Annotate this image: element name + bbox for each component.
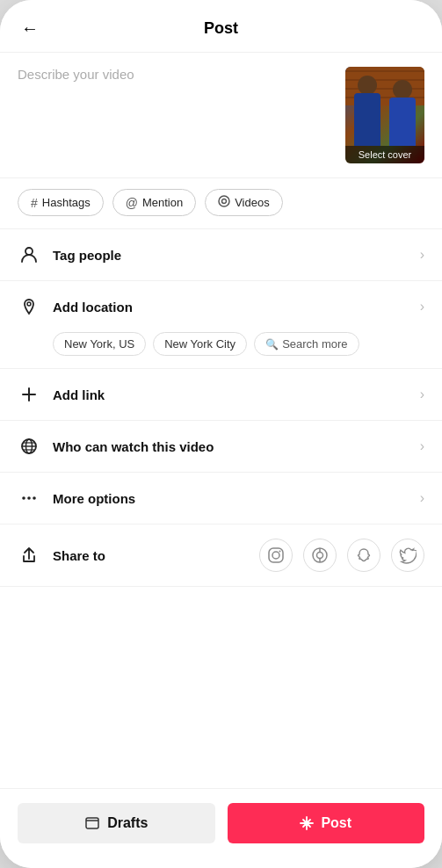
mention-button[interactable]: @ Mention xyxy=(112,189,196,216)
post-label: Post xyxy=(321,815,351,831)
tags-row: # Hashtags @ Mention Videos xyxy=(0,178,442,229)
back-button[interactable]: ← xyxy=(18,15,42,42)
drafts-button[interactable]: Drafts xyxy=(18,803,215,843)
phone-container: ← Post Describe your video Select cover xyxy=(0,0,442,868)
header: ← Post xyxy=(0,0,442,53)
instagram-button[interactable] xyxy=(259,539,293,572)
more-options-section: More options › xyxy=(0,473,442,524)
who-can-watch-label: Who can watch this video xyxy=(53,439,420,454)
tiktoknow-button[interactable] xyxy=(303,539,337,572)
more-options-chevron: › xyxy=(420,490,424,506)
add-link-item[interactable]: Add link › xyxy=(0,369,442,420)
who-can-watch-chevron: › xyxy=(420,438,424,454)
who-can-watch-item[interactable]: Who can watch this video › xyxy=(0,421,442,472)
svg-point-1 xyxy=(222,199,227,204)
person1-head xyxy=(358,76,377,95)
svg-point-13 xyxy=(33,496,36,500)
location-tag-search[interactable]: 🔍 Search more xyxy=(254,332,359,356)
add-location-chevron: › xyxy=(420,299,424,315)
person2-head xyxy=(393,80,412,99)
videos-label: Videos xyxy=(235,196,270,209)
videos-icon xyxy=(218,195,230,210)
location-tags: New York, US New York City 🔍 Search more xyxy=(0,332,442,368)
content-area: Describe your video Select cover # Hasht… xyxy=(0,53,442,788)
share-icon xyxy=(18,544,40,567)
dots-icon xyxy=(18,487,40,510)
add-link-section: Add link › xyxy=(0,369,442,421)
tag-people-label: Tag people xyxy=(53,248,420,263)
svg-point-15 xyxy=(272,552,279,559)
svg-rect-19 xyxy=(86,818,98,828)
person-icon xyxy=(18,243,40,266)
person2-body xyxy=(389,98,416,146)
globe-icon xyxy=(18,435,40,458)
who-can-watch-section: Who can watch this video › xyxy=(0,421,442,473)
svg-point-0 xyxy=(219,196,229,206)
snapchat-button[interactable] xyxy=(347,539,380,572)
person1-body xyxy=(354,93,380,146)
share-platforms xyxy=(259,539,424,572)
search-icon: 🔍 xyxy=(265,338,279,351)
svg-point-2 xyxy=(25,248,33,255)
add-link-chevron: › xyxy=(420,387,424,402)
hashtag-icon: # xyxy=(31,196,38,210)
search-more-label: Search more xyxy=(282,337,347,351)
svg-point-18 xyxy=(317,553,323,559)
mention-label: Mention xyxy=(142,196,183,209)
location-tag-nyc[interactable]: New York City xyxy=(153,332,247,356)
mention-icon: @ xyxy=(126,196,138,210)
add-location-item[interactable]: Add location › xyxy=(0,281,442,332)
location-icon xyxy=(18,295,40,318)
select-cover-label: Select cover xyxy=(345,146,424,163)
svg-point-3 xyxy=(27,302,31,306)
share-section: Share to xyxy=(0,524,442,587)
plus-icon xyxy=(18,383,40,406)
svg-point-12 xyxy=(27,496,31,500)
svg-rect-14 xyxy=(269,548,283,562)
post-button[interactable]: Post xyxy=(228,803,425,843)
svg-point-11 xyxy=(22,496,25,500)
bottom-actions: Drafts Post xyxy=(0,788,442,868)
video-thumbnail[interactable]: Select cover xyxy=(345,67,424,163)
share-to-label: Share to xyxy=(53,548,259,563)
drafts-label: Drafts xyxy=(107,815,148,831)
drafts-icon xyxy=(84,815,100,831)
hashtags-label: Hashtags xyxy=(42,196,91,209)
post-sparkle-icon xyxy=(300,816,314,830)
add-location-section: Add location › New York, US New York Cit… xyxy=(0,281,442,369)
more-options-item[interactable]: More options › xyxy=(0,473,442,524)
twitter-button[interactable] xyxy=(391,539,424,572)
more-options-label: More options xyxy=(53,491,420,506)
location-tag-ny-us[interactable]: New York, US xyxy=(53,332,146,356)
page-title: Post xyxy=(204,19,238,38)
videos-button[interactable]: Videos xyxy=(205,189,283,216)
add-location-label: Add location xyxy=(53,300,420,315)
describe-section: Describe your video Select cover xyxy=(0,53,442,178)
tag-people-item[interactable]: Tag people › xyxy=(0,229,442,280)
describe-textarea[interactable]: Describe your video xyxy=(18,67,335,163)
add-link-label: Add link xyxy=(53,387,420,402)
tag-people-chevron: › xyxy=(420,247,424,263)
describe-placeholder: Describe your video xyxy=(18,67,134,82)
hashtags-button[interactable]: # Hashtags xyxy=(18,189,104,216)
tag-people-section: Tag people › xyxy=(0,229,442,281)
svg-point-16 xyxy=(279,551,281,553)
